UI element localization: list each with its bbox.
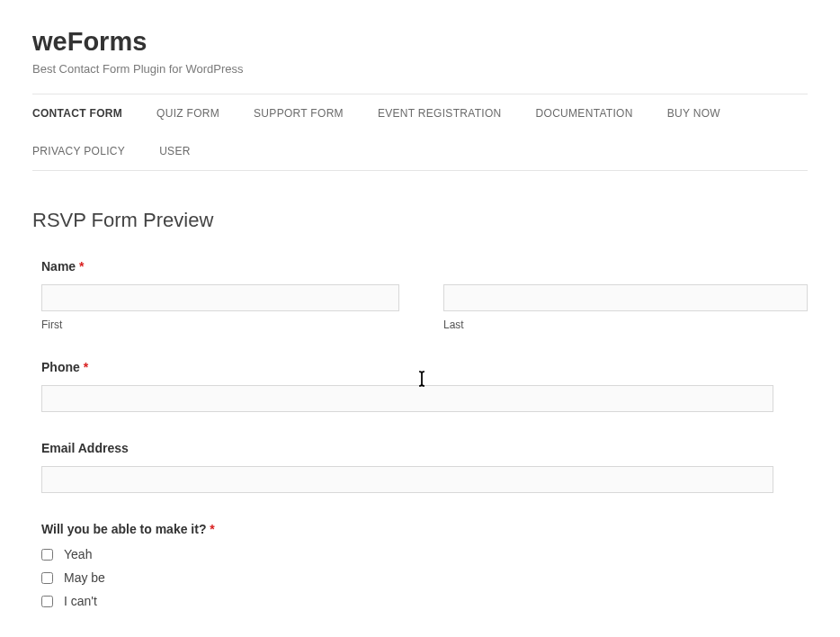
required-marker: * [210,522,214,536]
attend-option: Yeah [41,547,808,561]
attend-label: Will you be able to make it? * [41,522,808,536]
field-name: Name * First Last [41,259,808,331]
last-name-input[interactable] [443,284,808,311]
last-name-sublabel: Last [443,318,808,331]
rsvp-form: Name * First Last Phone * [32,259,808,608]
first-name-input[interactable] [41,284,399,311]
phone-label-text: Phone [41,360,80,374]
attend-checkbox-icant[interactable] [41,596,53,607]
attend-label-text: Will you be able to make it? [41,522,206,536]
nav-documentation[interactable]: DOCUMENTATION [536,94,633,132]
field-email: Email Address [41,441,808,493]
phone-input[interactable] [41,385,773,412]
attend-option-label: Yeah [64,547,92,561]
nav-event-registration[interactable]: EVENT REGISTRATION [378,94,502,132]
nav-buy-now[interactable]: BUY NOW [667,94,720,132]
attend-option-label: May be [64,570,105,585]
email-input[interactable] [41,466,773,493]
field-phone: Phone * [41,360,808,412]
email-label: Email Address [41,441,808,455]
nav-privacy-policy[interactable]: PRIVACY POLICY [32,132,125,170]
site-tagline: Best Contact Form Plugin for WordPress [32,62,808,76]
attend-option: I can't [41,594,808,608]
name-label: Name * [41,259,808,274]
attend-checkbox-maybe[interactable] [41,572,53,584]
first-name-sublabel: First [41,318,406,331]
page-title: RSVP Form Preview [32,209,808,232]
required-marker: * [84,360,88,374]
email-label-text: Email Address [41,441,129,455]
attend-checkbox-yeah[interactable] [41,549,53,561]
name-label-text: Name [41,259,76,274]
required-marker: * [79,259,84,274]
attend-option-label: I can't [64,594,97,608]
field-attend: Will you be able to make it? * Yeah May … [41,522,808,608]
phone-label: Phone * [41,360,808,374]
nav-contact-form[interactable]: CONTACT FORM [32,94,122,132]
primary-nav: CONTACT FORM QUIZ FORM SUPPORT FORM EVEN… [32,94,808,171]
nav-quiz-form[interactable]: QUIZ FORM [156,94,219,132]
nav-support-form[interactable]: SUPPORT FORM [254,94,344,132]
attend-option: May be [41,570,808,585]
site-title: weForms [32,27,808,57]
nav-user[interactable]: USER [159,132,191,170]
